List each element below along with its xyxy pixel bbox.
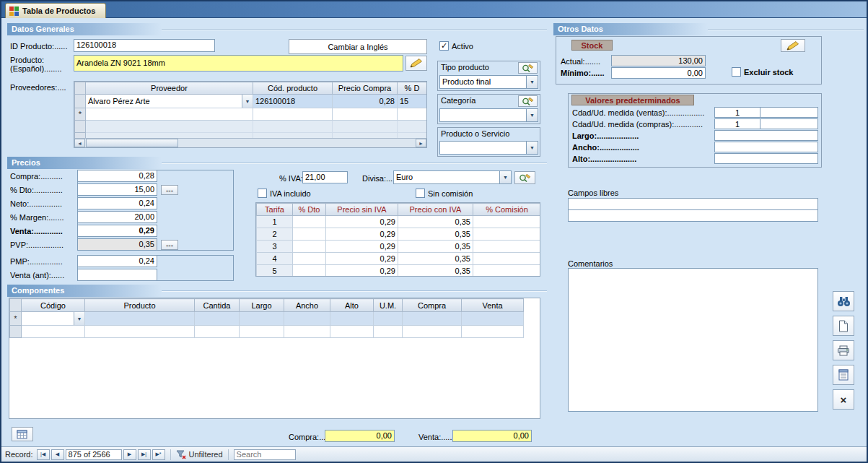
- sin-comision-checkbox[interactable]: Sin comisión: [416, 189, 473, 198]
- pct-dto-cell[interactable]: 15: [398, 95, 427, 108]
- venta-ant-field[interactable]: [77, 269, 157, 281]
- col-largo[interactable]: Largo: [240, 299, 284, 312]
- new-record-button[interactable]: [833, 316, 854, 336]
- stock-minimo-field[interactable]: 0,00: [611, 67, 706, 79]
- scroll-right-icon[interactable]: ►: [416, 139, 426, 147]
- producto-espanol-field[interactable]: Arandela ZN 9021 18mm: [74, 55, 403, 72]
- categoria-lookup-button[interactable]: [518, 95, 538, 107]
- comision-cell[interactable]: [473, 253, 541, 265]
- empty-cell[interactable]: [240, 312, 284, 326]
- col-um[interactable]: U.M.: [374, 299, 403, 312]
- stock-actual-field[interactable]: 130,00: [611, 55, 706, 66]
- codigo-combobox[interactable]: ▼: [22, 312, 85, 326]
- col-tarifa[interactable]: Tarifa: [257, 204, 293, 216]
- cdad-ventas-um-field[interactable]: [760, 107, 818, 118]
- col-ancho[interactable]: Ancho: [284, 299, 330, 312]
- col-proveedor[interactable]: Proveedor: [86, 82, 253, 95]
- campo-libre-1-field[interactable]: [568, 198, 818, 210]
- dto-field[interactable]: 15,00: [77, 183, 157, 196]
- tarifa-num[interactable]: 3: [257, 241, 293, 253]
- iva-incluido-checkbox[interactable]: IVA incluido: [258, 189, 311, 198]
- tarifa-num[interactable]: 4: [257, 253, 293, 265]
- precio-con-iva-cell[interactable]: 0,35: [398, 265, 473, 277]
- precio-con-iva-cell[interactable]: 0,35: [398, 216, 473, 228]
- col-compra[interactable]: Compra: [403, 299, 462, 312]
- record-position-box[interactable]: 875 of 2566: [66, 449, 122, 460]
- comision-cell[interactable]: [473, 216, 541, 228]
- search-input[interactable]: [234, 449, 296, 460]
- empty-cell[interactable]: [86, 108, 253, 121]
- divisa-combobox[interactable]: Euro ▼: [393, 170, 512, 184]
- new-record-marker[interactable]: *: [75, 108, 86, 121]
- tarifa-num[interactable]: 2: [257, 228, 293, 241]
- pmp-field[interactable]: 0,24: [77, 255, 157, 267]
- col-comision[interactable]: % Comisión: [473, 204, 541, 216]
- tipo-producto-lookup-button[interactable]: [518, 62, 538, 74]
- dto-cell[interactable]: [293, 228, 326, 241]
- next-record-icon[interactable]: ▶: [123, 449, 136, 460]
- ancho-field[interactable]: [714, 142, 818, 152]
- report-button[interactable]: [833, 365, 854, 385]
- new-blank-record-icon[interactable]: ▶*: [152, 449, 165, 460]
- empty-cell[interactable]: [462, 312, 524, 326]
- precio-con-iva-cell[interactable]: 0,35: [398, 253, 473, 265]
- col-codigo[interactable]: Código: [22, 299, 85, 312]
- margen-field[interactable]: 20,00: [77, 211, 157, 223]
- col-alto[interactable]: Alto: [330, 299, 374, 312]
- activo-checkbox[interactable]: ✓ Activo: [439, 41, 473, 51]
- chevron-down-icon[interactable]: ▼: [499, 171, 511, 183]
- id-producto-field[interactable]: 126100018: [74, 39, 215, 52]
- col-dto[interactable]: % Dto: [293, 204, 326, 216]
- empty-cell[interactable]: [398, 108, 427, 121]
- comision-cell[interactable]: [473, 228, 541, 241]
- tipo-producto-combobox[interactable]: Producto final ▼: [439, 75, 538, 89]
- close-button[interactable]: ×: [833, 389, 854, 410]
- pvp-field[interactable]: 0,35: [77, 238, 157, 251]
- col-pct-dto[interactable]: % D: [398, 82, 427, 95]
- new-record-marker[interactable]: *: [10, 312, 22, 326]
- divisa-lookup-button[interactable]: [514, 171, 535, 184]
- chevron-down-icon[interactable]: ▼: [526, 142, 538, 154]
- precio-con-iva-cell[interactable]: 0,35: [398, 228, 473, 241]
- tarifa-num[interactable]: 1: [257, 216, 293, 228]
- empty-cell[interactable]: [333, 108, 398, 121]
- horizontal-scrollbar[interactable]: ◄ ►: [74, 138, 426, 147]
- row-selector[interactable]: [75, 95, 86, 108]
- precio-sin-iva-cell[interactable]: 0,29: [326, 241, 398, 253]
- campo-libre-2-field[interactable]: [568, 209, 818, 222]
- scrollbar-track[interactable]: [178, 139, 416, 147]
- cdad-ventas-field[interactable]: 1: [714, 107, 760, 118]
- tab-tabla-de-productos[interactable]: Tabla de Productos: [5, 3, 106, 18]
- col-cantidad[interactable]: Cantida: [195, 299, 240, 312]
- precio-compra-cell[interactable]: 0,28: [333, 95, 398, 108]
- find-button[interactable]: [833, 291, 854, 311]
- last-record-icon[interactable]: ▶|: [138, 449, 151, 460]
- compra-field[interactable]: 0,28: [77, 170, 157, 182]
- empty-cell[interactable]: [284, 312, 330, 326]
- empty-cell[interactable]: [403, 312, 462, 326]
- comentarios-textarea[interactable]: [568, 268, 818, 412]
- empty-cell[interactable]: [195, 312, 240, 326]
- precio-con-iva-cell[interactable]: 0,35: [398, 241, 473, 253]
- edit-stock-button[interactable]: [781, 39, 805, 52]
- pvp-detail-button[interactable]: ---: [161, 240, 178, 250]
- dto-cell[interactable]: [293, 216, 326, 228]
- comision-cell[interactable]: [473, 241, 541, 253]
- cod-producto-cell[interactable]: 126100018: [253, 95, 333, 108]
- first-record-icon[interactable]: |◀: [37, 449, 50, 460]
- filter-state-label[interactable]: Unfiltered: [189, 450, 223, 459]
- largo-field[interactable]: [714, 130, 818, 141]
- col-venta[interactable]: Venta: [462, 299, 524, 312]
- col-producto[interactable]: Producto: [85, 299, 195, 312]
- total-venta-field[interactable]: 0,00: [452, 430, 532, 442]
- venta-field[interactable]: 0,29: [77, 225, 157, 237]
- iva-field[interactable]: 21,00: [302, 171, 348, 183]
- cambiar-a-ingles-button[interactable]: Cambiar a Inglés: [289, 39, 427, 54]
- precio-sin-iva-cell[interactable]: 0,29: [326, 265, 398, 277]
- comision-cell[interactable]: [473, 265, 541, 277]
- excluir-stock-checkbox[interactable]: Excluir stock: [732, 67, 793, 77]
- proveedor-combobox[interactable]: Álvaro Pérez Arte ▼: [86, 95, 253, 108]
- precio-sin-iva-cell[interactable]: 0,29: [326, 253, 398, 265]
- dto-detail-button[interactable]: ---: [161, 185, 178, 195]
- cdad-compras-field[interactable]: 1: [714, 118, 760, 129]
